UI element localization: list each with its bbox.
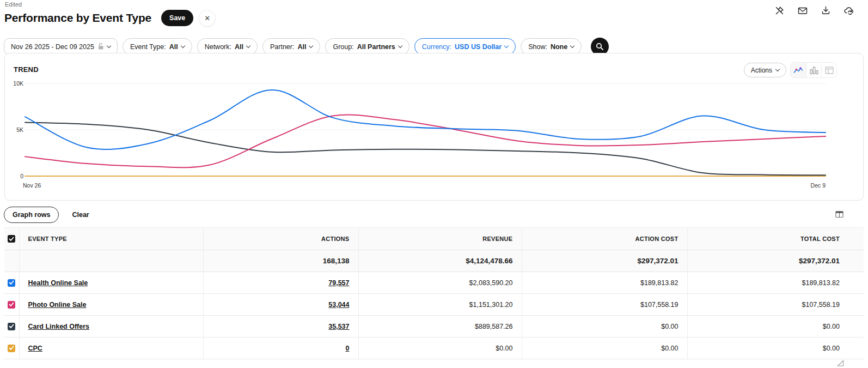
- action-cost-cell: $0.00: [522, 316, 687, 337]
- actions-link[interactable]: 79,557: [328, 279, 349, 287]
- rows-toolbar: Graph rows Clear: [4, 207, 864, 223]
- trend-line-photo-online-sale: [25, 114, 826, 167]
- columns-icon: [835, 210, 843, 218]
- check-icon: [9, 302, 14, 307]
- y-tick-5k: 5K: [8, 126, 23, 133]
- totals-action-cost: $297,372.01: [522, 250, 687, 272]
- filter-value: All: [169, 43, 178, 51]
- page-title: Performance by Event Type: [4, 11, 151, 25]
- row-checkbox[interactable]: [8, 301, 15, 309]
- email-icon: [797, 5, 808, 16]
- chevron-down-icon: [107, 43, 111, 47]
- trend-line-card-linked-offers: [25, 122, 826, 175]
- row-checkbox[interactable]: [8, 345, 15, 352]
- chevron-down-icon: [246, 43, 250, 47]
- actions-link[interactable]: 0: [346, 345, 350, 352]
- check-icon: [9, 237, 14, 242]
- trend-chart: [5, 53, 864, 201]
- email-button[interactable]: [797, 5, 808, 16]
- close-button[interactable]: ✕: [199, 10, 216, 27]
- close-icon: ✕: [204, 14, 210, 22]
- search-icon: [595, 42, 604, 51]
- filter-value: All: [297, 43, 306, 51]
- totals-revenue: $4,124,478.66: [358, 250, 522, 272]
- actions-link[interactable]: 35,537: [328, 323, 349, 330]
- event-type-link[interactable]: Card Linked Offers: [28, 323, 90, 330]
- total-cost-cell: $189,813.82: [687, 272, 864, 294]
- row-checkbox[interactable]: [8, 279, 15, 287]
- column-header-event-type[interactable]: EVENT TYPE: [19, 228, 203, 250]
- chevron-down-icon: [570, 43, 574, 47]
- resize-grip-icon: [837, 360, 844, 366]
- cloud-sync-icon: [843, 5, 855, 16]
- chevron-down-icon: [180, 43, 185, 47]
- event-type-link[interactable]: CPC: [28, 345, 42, 352]
- check-icon: [9, 280, 14, 285]
- select-all-cell: [4, 228, 19, 250]
- resize-handle[interactable]: [837, 360, 844, 366]
- clear-button[interactable]: Clear: [72, 211, 89, 219]
- chevron-down-icon: [398, 43, 402, 47]
- unpin-button[interactable]: [774, 5, 785, 16]
- table-header-row: EVENT TYPE ACTIONS REVENUE ACTION COST T…: [4, 228, 864, 250]
- download-button[interactable]: [821, 5, 831, 16]
- row-checkbox[interactable]: [8, 323, 15, 330]
- trend-line-health-online-sale: [25, 90, 826, 149]
- chevron-down-icon: [309, 43, 313, 47]
- revenue-cell: $0.00: [358, 337, 522, 359]
- check-icon: [9, 324, 14, 329]
- event-type-link[interactable]: Photo Online Sale: [28, 301, 87, 309]
- filter-value: USD US Dollar: [455, 43, 502, 51]
- filter-value: None: [551, 43, 567, 51]
- action-cost-cell: $0.00: [522, 337, 687, 359]
- trend-card: TREND Actions: [4, 53, 864, 201]
- table-row: Card Linked Offers 35,537 $889,587.26 $0…: [4, 316, 864, 337]
- column-header-actions[interactable]: ACTIONS: [203, 228, 358, 250]
- graph-rows-button[interactable]: Graph rows: [4, 207, 59, 223]
- unpin-icon: [774, 5, 785, 16]
- chevron-down-icon: [504, 43, 509, 47]
- title-row: Performance by Event Type Save ✕: [4, 9, 868, 27]
- filter-label: Event Type:: [130, 43, 166, 51]
- event-type-link[interactable]: Health Online Sale: [28, 279, 88, 287]
- column-header-revenue[interactable]: REVENUE: [358, 228, 522, 250]
- totals-actions: 168,138: [203, 250, 358, 272]
- x-tick-start: Nov 26: [23, 182, 41, 189]
- action-cost-cell: $107,558.19: [522, 294, 687, 316]
- check-icon: [9, 346, 14, 351]
- filter-value: All Partners: [357, 43, 395, 51]
- revenue-cell: $889,587.26: [358, 316, 522, 337]
- filter-label: Partner:: [270, 43, 294, 51]
- table-row: Health Online Sale 79,557 $2,083,590.20 …: [4, 272, 864, 294]
- revenue-cell: $1,151,301.20: [358, 294, 522, 316]
- totals-row: 168,138 $4,124,478.66 $297,372.01 $297,3…: [4, 250, 864, 272]
- totals-total-cost: $297,372.01: [687, 250, 864, 272]
- header-toolbar: [774, 5, 855, 16]
- select-all-checkbox[interactable]: [8, 235, 15, 243]
- total-cost-cell: $107,558.19: [687, 294, 864, 316]
- actions-link[interactable]: 53,044: [328, 301, 349, 309]
- action-cost-cell: $189,813.82: [522, 272, 687, 294]
- save-button[interactable]: Save: [161, 10, 193, 26]
- filter-label: Network:: [205, 43, 231, 51]
- y-tick-10k: 10K: [8, 80, 23, 87]
- total-cost-cell: $0.00: [687, 316, 864, 337]
- table-row: Photo Online Sale 53,044 $1,151,301.20 $…: [4, 294, 864, 316]
- y-tick-0: 0: [8, 173, 23, 179]
- lock-icon: [97, 43, 104, 50]
- column-header-action-cost[interactable]: ACTION COST: [522, 228, 687, 250]
- filter-value: All: [235, 43, 243, 51]
- filter-label: Currency:: [422, 43, 451, 51]
- download-icon: [821, 5, 831, 16]
- x-tick-end: Dec 9: [808, 182, 826, 189]
- filter-label: Show:: [528, 43, 547, 51]
- revenue-cell: $2,083,590.20: [358, 272, 522, 294]
- cloud-sync-button[interactable]: [843, 5, 855, 16]
- columns-button[interactable]: [835, 210, 843, 220]
- table-row: CPC 0 $0.00 $0.00 $0.00: [4, 337, 864, 359]
- total-cost-cell: $0.00: [687, 337, 864, 359]
- date-range-label: Nov 26 2025 - Dec 09 2025: [11, 43, 94, 51]
- event-type-table: EVENT TYPE ACTIONS REVENUE ACTION COST T…: [4, 227, 864, 359]
- column-header-total-cost[interactable]: TOTAL COST: [687, 228, 864, 250]
- edited-label: Edited: [5, 1, 868, 8]
